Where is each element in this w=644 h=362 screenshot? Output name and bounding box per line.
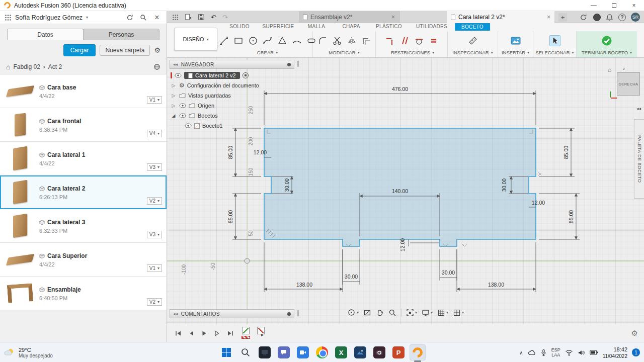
panel-options-icon[interactable] [287, 63, 291, 66]
version-badge[interactable]: V3▾ [147, 163, 162, 171]
grid-snap-icon[interactable]: ▾ [437, 309, 448, 317]
doc-tab-ensamblaje[interactable]: Ensamblaje v2* × [299, 11, 399, 23]
timeline-feature-sketch1[interactable]: ▸ [257, 327, 266, 340]
breadcrumb-folder[interactable]: Fabdig 02 [13, 63, 40, 70]
horizontal-vertical-constraint-icon[interactable] [384, 35, 395, 46]
tree-node-sketches[interactable]: ◢ Bocetos [171, 111, 259, 121]
close-tab-icon[interactable]: × [391, 14, 395, 21]
photos-app-icon[interactable] [352, 344, 368, 360]
fusion360-taskbar-icon[interactable] [410, 344, 426, 360]
mirror-tool-icon[interactable] [346, 35, 357, 46]
version-badge[interactable]: V2▾ [147, 197, 162, 205]
ribbon-tab-superficie[interactable]: SUPERFICIE [262, 24, 294, 29]
wifi-icon[interactable] [565, 349, 573, 356]
finish-sketch-check-icon[interactable] [601, 35, 612, 46]
home-icon[interactable]: ⌂ [6, 63, 10, 71]
trim-scissors-icon[interactable] [332, 35, 343, 46]
pan-hand-icon[interactable] [376, 309, 384, 317]
language-indicator[interactable]: ESPLAA [551, 347, 560, 357]
panel-resize-grip[interactable]: ║ [296, 310, 300, 316]
list-item-cara-lateral-2[interactable]: Cara lateral 2 6:26:13 PM V2▾ [0, 175, 167, 209]
tree-node-named-views[interactable]: ▷ Vistas guardadas [171, 90, 259, 101]
group-label-modify[interactable]: MODIFICAR▾ [329, 50, 359, 57]
group-label-inspect[interactable]: INSPECCIONAR▾ [452, 50, 493, 57]
spline-tool-icon[interactable] [262, 35, 273, 46]
circle-tool-icon[interactable] [248, 35, 259, 46]
timeline-go-end-icon[interactable] [225, 328, 235, 338]
ribbon-tab-utilidades[interactable]: UTILIDADES [416, 24, 447, 29]
fillet-tool-icon[interactable] [317, 35, 328, 46]
zoom-icon[interactable] [388, 309, 396, 317]
timeline-go-start-icon[interactable] [173, 328, 183, 338]
browser-panel-header[interactable]: ◂◂ NAVEGADOR [170, 60, 294, 69]
list-item-cara-frontal[interactable]: Cara frontal 6:38:34 PM V4▾ [0, 108, 167, 142]
list-item-cara-superior[interactable]: Cara Superior 4/4/22 V1▾ [0, 243, 167, 277]
list-item-cara-lateral-1[interactable]: Cara lateral 1 4/4/22 V3▾ [0, 142, 167, 175]
select-cursor-icon[interactable] [549, 35, 560, 46]
start-button[interactable] [218, 344, 234, 360]
onedrive-cloud-icon[interactable] [528, 349, 536, 356]
design-menu-button[interactable]: DISEÑO▾ [174, 28, 217, 51]
group-label-finish-sketch[interactable]: TERMINAR BOCETO▾ [582, 50, 632, 57]
origin-point[interactable] [245, 258, 250, 263]
chevron-down-icon[interactable]: ▾ [86, 15, 88, 20]
version-badge[interactable]: V3▾ [147, 231, 162, 238]
microphone-icon[interactable] [540, 349, 547, 356]
home-view-icon[interactable]: ⌂ [608, 66, 611, 73]
doc-tab-cara-lateral-2[interactable]: Cara lateral 2 v2* × [447, 11, 554, 23]
user-avatar[interactable]: SR [631, 13, 640, 22]
viewports-icon[interactable]: ▾ [453, 309, 464, 317]
tab-personas[interactable]: Personas [83, 29, 159, 40]
dimension-right-lower[interactable]: 85.00 [539, 194, 580, 239]
undo-icon[interactable]: ↶ [211, 14, 216, 21]
equal-constraint-icon[interactable] [428, 35, 439, 46]
timeline-play-icon[interactable] [199, 328, 209, 338]
collapse-arrow-icon[interactable]: ◢ [171, 113, 177, 118]
search-icon[interactable] [138, 13, 148, 23]
version-badge[interactable]: V1▾ [147, 264, 162, 272]
dimension-left-foot-width[interactable]: 30.00 [343, 249, 360, 285]
visibility-eye-icon[interactable] [175, 73, 182, 78]
group-label-constraints[interactable]: RESTRICCIONES▾ [389, 50, 434, 57]
upload-button[interactable]: Cargar [63, 44, 96, 56]
timeline-settings-gear-icon[interactable]: ⚙ [631, 329, 638, 338]
dimension-right-foot-width[interactable]: 30.00 [440, 249, 457, 281]
maximize-button[interactable] [604, 0, 624, 11]
orbit-icon[interactable]: ▾ [347, 308, 359, 317]
ribbon-tab-chapa[interactable]: CHAPA [342, 24, 360, 29]
new-folder-button[interactable]: Nueva carpeta [100, 45, 150, 56]
group-label-insert[interactable]: INSERTAR▾ [502, 50, 529, 57]
weather-widget[interactable]: 29°C Muy despejado [4, 342, 53, 362]
tree-node-document-settings[interactable]: ▷ ⚙ Configuración del documento [171, 80, 259, 90]
user-name[interactable]: Sofía Rodríguez Gómez [15, 14, 83, 21]
collapse-left-icon[interactable]: ◂◂ [173, 62, 178, 67]
visibility-eye-icon[interactable] [179, 103, 186, 108]
teams-chat-icon[interactable] [276, 344, 292, 360]
activate-radio-icon[interactable] [243, 72, 249, 78]
tree-node-label[interactable]: Boceto1 [202, 123, 222, 129]
insert-image-icon[interactable] [510, 35, 521, 46]
model-canvas[interactable]: 476.00 85.00 85.00 12.00 [167, 58, 644, 324]
fit-view-icon[interactable]: ▾ [406, 309, 417, 317]
tree-node-label[interactable]: Origen [198, 103, 214, 109]
sketch-palette-tab[interactable]: PALETA DE BOCETO [634, 119, 644, 199]
minimize-button[interactable]: — [584, 0, 604, 11]
panel-resize-grip[interactable]: ║ [296, 61, 300, 66]
dimension-left-lower[interactable]: 85.00 [227, 194, 261, 239]
tree-node-label[interactable]: Configuración del documento [187, 82, 259, 88]
line-tool-icon[interactable] [218, 35, 229, 46]
version-badge[interactable]: V1▾ [147, 96, 162, 104]
clock-widget[interactable]: 18:42 11/04/2022 [603, 346, 627, 359]
tangent-constraint-icon[interactable] [414, 35, 425, 46]
root-document-name[interactable]: Cara lateral 2 v2 [195, 72, 236, 78]
tray-overflow-icon[interactable]: ∧ [519, 350, 523, 355]
group-label-select[interactable]: SELECCIONAR▾ [535, 50, 574, 57]
tree-root-document[interactable]: Cara lateral 2 v2 [171, 70, 259, 80]
ribbon-tab-solido[interactable]: SOLIDO [229, 24, 250, 29]
redo-icon[interactable]: ↷ [222, 14, 228, 21]
tree-node-label[interactable]: Bocetos [198, 113, 218, 119]
expand-arrow-icon[interactable]: ▷ [171, 93, 177, 98]
view-cube-face[interactable]: DERECHA [617, 72, 640, 96]
offset-tool-icon[interactable] [361, 35, 372, 46]
version-badge[interactable]: V4▾ [147, 130, 162, 137]
